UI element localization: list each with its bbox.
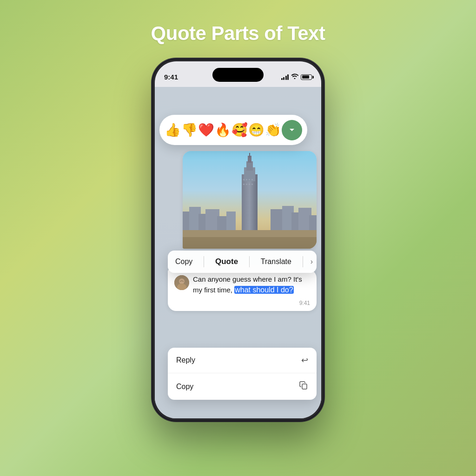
action-reply-label: Reply (176, 356, 195, 364)
status-time: 9:41 (164, 73, 178, 81)
copy-icon (299, 381, 308, 392)
phone-frame: 9:41 (152, 59, 324, 421)
bottom-action-menu: Reply ↩ Copy (168, 348, 317, 400)
svg-rect-30 (302, 384, 307, 389)
svg-point-28 (179, 278, 185, 284)
svg-rect-24 (251, 184, 253, 185)
svg-rect-23 (249, 184, 250, 185)
avatar (174, 275, 189, 290)
emoji-reaction-bar[interactable]: 👍 👎 ❤️ 🔥 🥰 😁 👏 (159, 115, 307, 145)
action-copy-label: Copy (176, 383, 193, 391)
svg-rect-21 (243, 184, 245, 185)
context-menu-more[interactable]: › (311, 258, 313, 266)
context-menu[interactable]: Copy Quote Translate › (168, 251, 317, 273)
emoji-clapping[interactable]: 👏 (265, 124, 281, 137)
dynamic-island (212, 68, 264, 82)
context-menu-copy[interactable]: Copy (172, 256, 196, 268)
message-time: 9:41 (299, 300, 310, 306)
text-message-area: Can anyone guess where I am? It's my fir… (168, 270, 317, 311)
emoji-smiling-heart[interactable]: 🥰 (231, 124, 248, 137)
emoji-thumbs-up[interactable]: 👍 (165, 124, 181, 137)
svg-rect-22 (246, 184, 247, 185)
svg-rect-18 (246, 179, 247, 180)
context-menu-divider-1 (204, 256, 204, 267)
action-copy[interactable]: Copy (168, 373, 317, 400)
svg-rect-19 (249, 179, 250, 180)
context-menu-quote[interactable]: Quote (212, 255, 242, 268)
message-container (168, 151, 317, 249)
message-text-wrapper: Can anyone guess where I am? It's my fir… (193, 274, 310, 306)
page-title: Quote Parts of Text (151, 22, 325, 45)
emoji-heart[interactable]: ❤️ (198, 124, 214, 137)
svg-rect-16 (249, 153, 250, 158)
action-reply[interactable]: Reply ↩ (168, 348, 317, 373)
context-menu-translate[interactable]: Translate (257, 256, 295, 268)
context-menu-divider-3 (303, 256, 303, 267)
image-message-bubble (183, 151, 317, 249)
phone-screen: 9:41 (155, 61, 321, 418)
signal-icon (281, 74, 289, 80)
emoji-fire[interactable]: 🔥 (215, 124, 231, 137)
wifi-icon (291, 73, 298, 80)
svg-rect-20 (251, 179, 253, 180)
status-icons (281, 73, 312, 80)
message-text-highlighted: what should I do? (234, 286, 293, 294)
context-menu-divider-2 (249, 256, 250, 267)
svg-rect-17 (243, 179, 245, 180)
message-image (183, 151, 317, 249)
battery-icon (301, 74, 312, 80)
emoji-thumbs-down[interactable]: 👎 (181, 124, 198, 137)
emoji-expand-button[interactable] (282, 120, 302, 140)
svg-rect-26 (183, 237, 317, 249)
chat-area: 👍 👎 ❤️ 🔥 🥰 😁 👏 (155, 87, 321, 418)
reply-icon: ↩ (301, 355, 308, 365)
emoji-grinning[interactable]: 😁 (248, 124, 264, 137)
